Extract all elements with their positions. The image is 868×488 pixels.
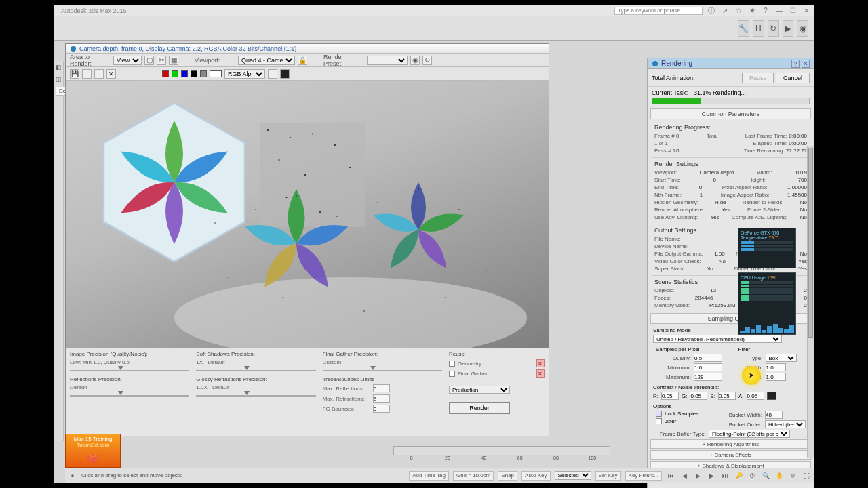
link-icon[interactable]: ↗ bbox=[720, 6, 730, 16]
viewport-select[interactable]: Quad 4 - Camera bbox=[238, 56, 295, 65]
contrast-g[interactable] bbox=[690, 392, 707, 400]
tool-icon[interactable]: ◧ bbox=[54, 61, 63, 73]
render-frame-toolbar-2: 💾 ✕ RGB Alpha bbox=[66, 67, 549, 81]
reflections-slider[interactable] bbox=[70, 392, 189, 399]
scroll-thumb[interactable] bbox=[808, 148, 813, 338]
red-channel[interactable] bbox=[162, 70, 169, 77]
search-input[interactable] bbox=[614, 7, 703, 15]
goto-start-icon[interactable]: ⏮ bbox=[666, 471, 675, 481]
prev-frame-icon[interactable]: ◀ bbox=[679, 471, 689, 481]
next-frame-icon[interactable]: ▶ bbox=[707, 471, 716, 481]
time-config-icon[interactable]: ⏱ bbox=[747, 471, 757, 481]
zoom-icon[interactable]: 🔍 bbox=[761, 471, 770, 481]
soft-shadows-slider[interactable] bbox=[196, 367, 315, 374]
alpha-channel[interactable] bbox=[191, 70, 197, 77]
fg-bounces-input[interactable] bbox=[373, 405, 390, 413]
set-key-btn[interactable]: Set Key bbox=[595, 471, 621, 481]
clear-icon[interactable]: ✕ bbox=[106, 69, 116, 79]
maximize-icon[interactable]: ☐ bbox=[788, 6, 797, 16]
pause-button[interactable]: Pause bbox=[742, 73, 774, 83]
quality-input[interactable] bbox=[694, 354, 722, 362]
svg-point-3 bbox=[267, 129, 269, 131]
play-icon[interactable]: ▶ bbox=[693, 471, 703, 481]
selected-dropdown[interactable]: Selected bbox=[555, 471, 591, 480]
color-well[interactable] bbox=[210, 70, 222, 77]
key-filters-btn[interactable]: Key Filters... bbox=[625, 471, 662, 481]
min-input[interactable] bbox=[694, 363, 722, 371]
rollout-rendering-algorithms[interactable]: + Rendering Algorithms bbox=[650, 439, 811, 449]
close-icon[interactable]: ✕ bbox=[802, 6, 811, 16]
add-time-tag[interactable]: Add Time Tag bbox=[409, 471, 449, 481]
tool-teapot-icon[interactable]: ◉ bbox=[797, 20, 808, 37]
fg-check[interactable] bbox=[449, 371, 455, 377]
production-select[interactable]: Production bbox=[449, 386, 510, 394]
max-refr-input[interactable] bbox=[373, 394, 390, 403]
tool-play-icon[interactable]: ▶ bbox=[783, 20, 794, 37]
fbt-select[interactable]: Floating-Point (32 bits per cha bbox=[709, 430, 790, 438]
green-channel[interactable] bbox=[172, 70, 178, 77]
refresh-icon[interactable]: ↻ bbox=[422, 56, 432, 65]
goto-end-icon[interactable]: ⏭ bbox=[720, 471, 730, 481]
sampling-mode-select[interactable]: Unified / Raytraced (Recommended) bbox=[653, 335, 782, 343]
toggle-b-icon[interactable] bbox=[280, 69, 290, 79]
filter-height-input[interactable] bbox=[766, 373, 786, 381]
save-icon[interactable]: 💾 bbox=[70, 69, 79, 79]
contrast-r[interactable] bbox=[661, 392, 679, 400]
toggle-a-icon[interactable] bbox=[268, 69, 277, 79]
mono-channel[interactable] bbox=[200, 70, 207, 77]
fg-x[interactable]: ✕ bbox=[536, 369, 545, 378]
svg-point-18 bbox=[418, 188, 419, 190]
orbit-icon[interactable]: ↻ bbox=[788, 471, 797, 481]
panel-close-icon[interactable]: ✕ bbox=[802, 60, 810, 68]
contrast-swatch[interactable] bbox=[767, 392, 776, 400]
timeline[interactable]: 0 20 40 60 80 100 bbox=[393, 446, 610, 466]
area-render-select[interactable]: View bbox=[113, 56, 142, 65]
lock-icon[interactable]: 🔒 bbox=[298, 56, 307, 65]
contrast-b[interactable] bbox=[718, 392, 736, 400]
filter-type-select[interactable]: Box bbox=[766, 354, 797, 362]
preset-select[interactable] bbox=[367, 56, 408, 65]
blue-channel[interactable] bbox=[181, 70, 188, 77]
tool-h-icon[interactable]: H bbox=[753, 20, 764, 37]
filter-width-input[interactable] bbox=[766, 363, 786, 371]
geom-x[interactable]: ✕ bbox=[536, 359, 545, 367]
lock-check[interactable] bbox=[656, 411, 662, 417]
render-button[interactable]: Render bbox=[449, 402, 510, 414]
render-small-icon[interactable]: ◉ bbox=[410, 56, 420, 65]
fg-slider[interactable] bbox=[323, 367, 442, 374]
bucket-order-select[interactable]: Hilbert (best) bbox=[765, 420, 806, 428]
info-icon[interactable]: ⓘ bbox=[707, 6, 716, 16]
help-icon[interactable]: ? bbox=[761, 6, 770, 16]
minimize-icon[interactable]: — bbox=[774, 6, 784, 16]
favorite-icon[interactable]: ★ bbox=[747, 6, 757, 16]
rollout-camera-effects[interactable]: + Camera Effects bbox=[650, 450, 811, 460]
panel-help-icon[interactable]: ? bbox=[791, 60, 800, 68]
region-icon[interactable]: ▢ bbox=[144, 56, 154, 65]
tool-hammer-icon[interactable]: 🔧 bbox=[738, 20, 749, 37]
bucket-width-input[interactable] bbox=[765, 411, 783, 419]
image-precision-slider[interactable] bbox=[70, 367, 189, 374]
tool-icon[interactable]: ◫ bbox=[54, 73, 63, 85]
cancel-button[interactable]: Cancel bbox=[776, 73, 810, 83]
scroll-track[interactable] bbox=[807, 146, 814, 458]
alpha-select[interactable]: RGB Alpha bbox=[224, 69, 265, 79]
glossy-slider[interactable] bbox=[196, 392, 315, 399]
geometry-check[interactable] bbox=[449, 361, 455, 367]
tool-loop-icon[interactable]: ↻ bbox=[768, 20, 779, 37]
snap-btn[interactable]: Snap bbox=[498, 471, 517, 481]
crop-icon[interactable]: ✂ bbox=[157, 56, 166, 65]
max-input[interactable] bbox=[694, 373, 722, 381]
pan-icon[interactable]: ✋ bbox=[774, 471, 784, 481]
svg-point-23 bbox=[445, 297, 446, 298]
contrast-a[interactable] bbox=[747, 392, 764, 400]
auto-key-btn[interactable]: Auto Key bbox=[521, 471, 550, 481]
max-icon[interactable]: ⛶ bbox=[802, 471, 811, 481]
region2-icon[interactable]: ▦ bbox=[169, 56, 178, 65]
clone-icon[interactable] bbox=[82, 69, 92, 79]
max-refl-input[interactable] bbox=[373, 384, 390, 392]
jitter-check[interactable] bbox=[656, 418, 662, 424]
common-params-header[interactable]: Common Parameters bbox=[650, 108, 811, 119]
copy-icon[interactable] bbox=[94, 69, 104, 79]
star-icon[interactable]: ☆ bbox=[734, 6, 743, 16]
key-icon[interactable]: 🔑 bbox=[734, 471, 743, 481]
